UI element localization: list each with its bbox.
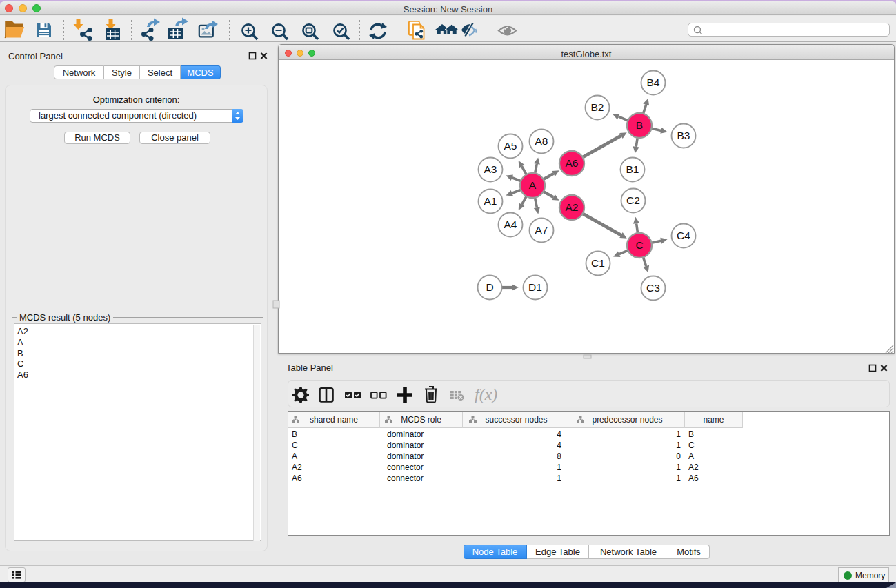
svg-text:A4: A4: [504, 219, 517, 230]
svg-text:A6: A6: [566, 157, 579, 169]
svg-text:D1: D1: [528, 281, 542, 293]
svg-text:C1: C1: [591, 257, 605, 269]
svg-text:D: D: [486, 281, 493, 293]
svg-text:A1: A1: [484, 195, 497, 207]
svg-text:f(x): f(x): [475, 385, 497, 403]
svg-text:B3: B3: [677, 130, 690, 141]
svg-text:A8: A8: [535, 135, 548, 147]
svg-text:A5: A5: [504, 140, 517, 152]
svg-text:C3: C3: [646, 282, 660, 294]
svg-text:C: C: [635, 239, 643, 251]
svg-text:B: B: [636, 119, 643, 131]
svg-text:C4: C4: [677, 230, 690, 241]
svg-text:A2: A2: [566, 201, 579, 213]
svg-text:B4: B4: [647, 77, 660, 88]
svg-text:B2: B2: [591, 101, 604, 113]
svg-text:B1: B1: [626, 163, 639, 175]
svg-text:A7: A7: [535, 224, 548, 236]
svg-text:C2: C2: [626, 194, 640, 206]
svg-text:A: A: [529, 179, 537, 191]
svg-text:A3: A3: [484, 163, 497, 175]
